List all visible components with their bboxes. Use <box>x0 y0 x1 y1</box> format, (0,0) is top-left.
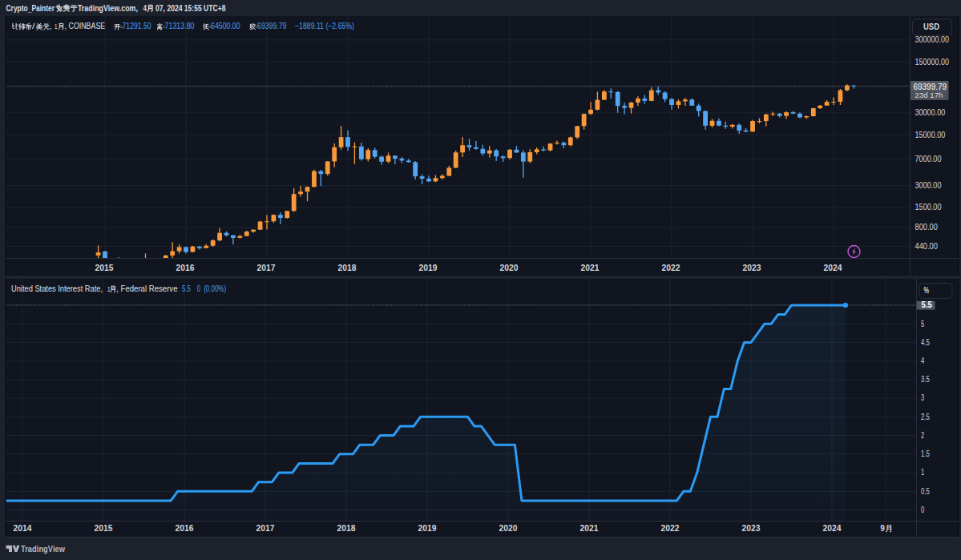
svg-text:2024: 2024 <box>824 264 842 272</box>
svg-text:2020: 2020 <box>499 524 518 533</box>
svg-text:2016: 2016 <box>176 264 195 272</box>
svg-text:30000.00: 30000.00 <box>915 108 946 117</box>
svg-text:0: 0 <box>921 506 925 514</box>
svg-text:United States Interest Rate,: United States Interest Rate, <box>11 284 103 293</box>
svg-text:,: , <box>50 22 52 30</box>
svg-text:1: 1 <box>107 284 111 293</box>
svg-text:5.5: 5.5 <box>922 300 933 309</box>
svg-text:2022: 2022 <box>662 264 680 272</box>
svg-text:2019: 2019 <box>418 524 437 533</box>
svg-text:69399.79: 69399.79 <box>257 22 287 30</box>
svg-text:%: % <box>924 286 930 295</box>
svg-text:4: 4 <box>921 357 925 365</box>
svg-text:71291.50: 71291.50 <box>123 22 152 30</box>
svg-text:2017: 2017 <box>256 524 275 533</box>
svg-text:300000.00: 300000.00 <box>915 35 950 44</box>
svg-text:5: 5 <box>921 320 925 328</box>
svg-text:2016: 2016 <box>176 524 194 533</box>
svg-text:2: 2 <box>921 431 925 440</box>
svg-text:64500.00: 64500.00 <box>211 22 240 30</box>
svg-text:7000.00: 7000.00 <box>915 155 942 163</box>
svg-text:2021: 2021 <box>581 264 600 272</box>
svg-text:15000.00: 15000.00 <box>915 131 946 139</box>
svg-text:2015: 2015 <box>95 524 113 533</box>
svg-text:2015: 2015 <box>95 264 114 272</box>
svg-text:2024: 2024 <box>823 524 842 533</box>
svg-text:5.5: 5.5 <box>182 284 191 293</box>
svg-text:USD: USD <box>923 22 939 31</box>
svg-text:3.5: 3.5 <box>921 375 930 384</box>
svg-text:2.5: 2.5 <box>921 413 930 421</box>
svg-text:2017: 2017 <box>257 264 276 272</box>
svg-text:2020: 2020 <box>500 264 519 272</box>
svg-text:69399.79: 69399.79 <box>914 83 947 91</box>
svg-text:TradingView.com,: TradingView.com, <box>78 3 138 13</box>
svg-text:(0.00%): (0.00%) <box>204 284 226 293</box>
svg-text:2018: 2018 <box>337 524 356 533</box>
svg-text:3: 3 <box>921 393 925 402</box>
svg-text:0: 0 <box>197 284 201 293</box>
svg-text:2018: 2018 <box>338 264 357 272</box>
svg-text:07, 2024 15:55 UTC+8: 07, 2024 15:55 UTC+8 <box>155 3 226 13</box>
svg-text:2019: 2019 <box>419 264 438 272</box>
svg-text:2021: 2021 <box>580 524 599 533</box>
svg-text:4: 4 <box>143 3 147 13</box>
svg-text:440.00: 440.00 <box>915 242 939 251</box>
svg-text:4.5: 4.5 <box>921 338 930 347</box>
svg-text:−1889.11 (−2.65%): −1889.11 (−2.65%) <box>295 22 354 30</box>
svg-text:/: / <box>32 22 35 30</box>
svg-text:1: 1 <box>921 468 925 477</box>
svg-text:2023: 2023 <box>743 264 761 272</box>
svg-text:71313.80: 71313.80 <box>165 22 195 30</box>
svg-text:TradingView: TradingView <box>21 544 65 554</box>
svg-text:, COINBASE: , COINBASE <box>65 22 106 30</box>
svg-text:, Federal Reserve: , Federal Reserve <box>116 284 178 293</box>
svg-text:2022: 2022 <box>661 524 680 533</box>
svg-text:1500.00: 1500.00 <box>915 203 942 212</box>
svg-text:800.00: 800.00 <box>915 223 939 232</box>
svg-text:2014: 2014 <box>14 524 32 533</box>
svg-text:3000.00: 3000.00 <box>915 181 942 190</box>
svg-text:2023: 2023 <box>742 524 761 533</box>
svg-text:23d 17h: 23d 17h <box>915 91 943 99</box>
svg-text:1: 1 <box>55 22 58 30</box>
svg-text:0.5: 0.5 <box>921 487 930 496</box>
svg-text:150000.00: 150000.00 <box>915 58 950 66</box>
svg-text:1.5: 1.5 <box>921 449 930 458</box>
svg-text:9: 9 <box>880 524 885 533</box>
svg-text:Crypto_Painter: Crypto_Painter <box>6 3 55 13</box>
